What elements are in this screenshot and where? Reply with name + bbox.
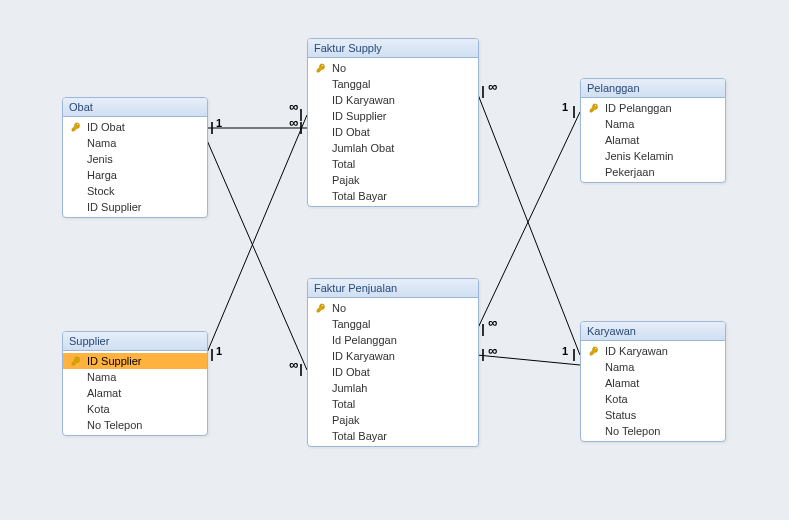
field-row[interactable]: Jenis Kelamin [581, 148, 725, 164]
field-row[interactable]: Pajak [308, 412, 478, 428]
field-row[interactable]: Nama [63, 369, 207, 385]
field-row[interactable]: Nama [581, 359, 725, 375]
erd-canvas[interactable]: { "entities": { "obat": { "title": "Obat… [0, 0, 789, 520]
field-row[interactable]: Alamat [581, 132, 725, 148]
entity-title[interactable]: Obat [63, 98, 207, 117]
entity-title[interactable]: Supplier [63, 332, 207, 351]
cardinality-one: 1 [562, 102, 568, 113]
field-row[interactable]: No Telepon [581, 423, 725, 439]
field-row[interactable]: Total [308, 156, 478, 172]
field-row[interactable]: No Telepon [63, 417, 207, 433]
primary-key-icon [587, 346, 601, 356]
primary-key-icon [69, 122, 83, 132]
cardinality-one: 1 [216, 118, 222, 129]
field-row[interactable]: ID Supplier [308, 108, 478, 124]
entity-table-obat[interactable]: Obat ID Obat Nama Jenis Harga Stock ID S… [62, 97, 208, 218]
entity-table-pelanggan[interactable]: Pelanggan ID Pelanggan Nama Alamat Jenis… [580, 78, 726, 183]
field-row[interactable]: Kota [581, 391, 725, 407]
field-row[interactable]: ID Supplier [63, 353, 207, 369]
field-row[interactable]: Status [581, 407, 725, 423]
field-row[interactable]: Nama [63, 135, 207, 151]
field-row[interactable]: Total [308, 396, 478, 412]
field-row[interactable]: ID Obat [63, 119, 207, 135]
field-row[interactable]: Id Pelanggan [308, 332, 478, 348]
cardinality-one: 1 [216, 346, 222, 357]
field-row[interactable]: ID Obat [308, 124, 478, 140]
primary-key-icon [314, 63, 328, 73]
primary-key-icon [69, 356, 83, 366]
field-row[interactable]: Pajak [308, 172, 478, 188]
field-row[interactable]: No [308, 300, 478, 316]
cardinality-many: ∞ [488, 316, 497, 329]
cardinality-many: ∞ [289, 358, 298, 371]
field-row[interactable]: Tanggal [308, 76, 478, 92]
field-row[interactable]: ID Karyawan [308, 348, 478, 364]
svg-line-3 [206, 138, 307, 370]
cardinality-many: ∞ [488, 344, 497, 357]
field-row[interactable]: ID Karyawan [581, 343, 725, 359]
cardinality-many: ∞ [289, 100, 298, 113]
field-row[interactable]: Tanggal [308, 316, 478, 332]
entity-title[interactable]: Faktur Penjualan [308, 279, 478, 298]
field-row[interactable]: Nama [581, 116, 725, 132]
field-row[interactable]: Alamat [581, 375, 725, 391]
field-row[interactable]: Stock [63, 183, 207, 199]
svg-line-13 [477, 112, 580, 330]
field-row[interactable]: Alamat [63, 385, 207, 401]
entity-title[interactable]: Faktur Supply [308, 39, 478, 58]
svg-line-4 [206, 115, 307, 355]
entity-title[interactable]: Pelanggan [581, 79, 725, 98]
entity-table-faktur-penjualan[interactable]: Faktur Penjualan No Tanggal Id Pelanggan… [307, 278, 479, 447]
field-row[interactable]: ID Supplier [63, 199, 207, 215]
field-row[interactable]: Pekerjaan [581, 164, 725, 180]
field-row[interactable]: Kota [63, 401, 207, 417]
field-row[interactable]: Total Bayar [308, 428, 478, 444]
field-row[interactable]: Jumlah [308, 380, 478, 396]
primary-key-icon [314, 303, 328, 313]
primary-key-icon [587, 103, 601, 113]
field-row[interactable]: No [308, 60, 478, 76]
field-row[interactable]: ID Obat [308, 364, 478, 380]
field-row[interactable]: Jenis [63, 151, 207, 167]
field-row[interactable]: Total Bayar [308, 188, 478, 204]
cardinality-one: 1 [562, 346, 568, 357]
field-row[interactable]: Jumlah Obat [308, 140, 478, 156]
entity-table-karyawan[interactable]: Karyawan ID Karyawan Nama Alamat Kota St… [580, 321, 726, 442]
cardinality-many: ∞ [289, 116, 298, 129]
entity-title[interactable]: Karyawan [581, 322, 725, 341]
field-row[interactable]: ID Karyawan [308, 92, 478, 108]
entity-table-supplier[interactable]: Supplier ID Supplier Nama Alamat Kota No… [62, 331, 208, 436]
field-row[interactable]: ID Pelanggan [581, 100, 725, 116]
cardinality-many: ∞ [488, 80, 497, 93]
field-row[interactable]: Harga [63, 167, 207, 183]
entity-table-faktur-supply[interactable]: Faktur Supply No Tanggal ID Karyawan ID … [307, 38, 479, 207]
